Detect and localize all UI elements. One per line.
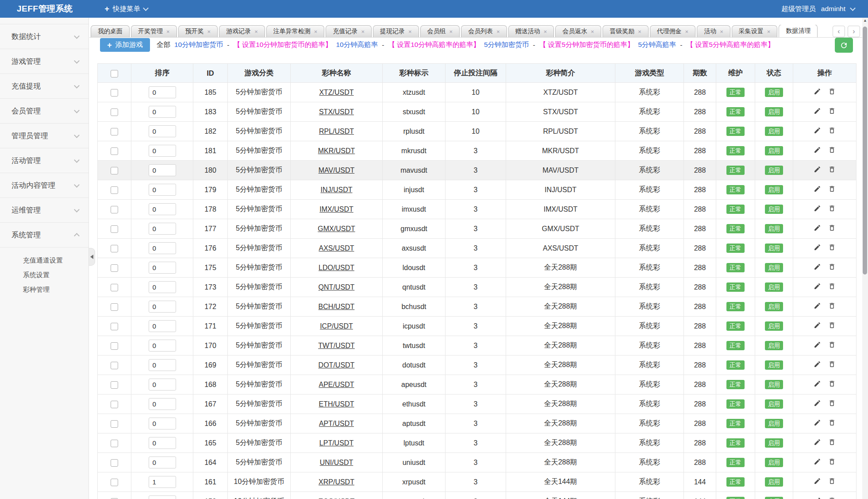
sort-input[interactable] [149, 223, 176, 235]
delete-button[interactable] [828, 185, 836, 193]
sort-input[interactable] [149, 320, 176, 332]
sidebar-subitem-2[interactable]: 彩种管理 [0, 282, 88, 297]
edit-button[interactable] [814, 341, 821, 348]
sort-input[interactable] [149, 379, 176, 391]
row-checkbox[interactable] [111, 225, 118, 233]
delete-button[interactable] [828, 282, 836, 290]
tab-scroll-left-button[interactable]: ‹ [833, 26, 845, 37]
edit-button[interactable] [814, 497, 821, 499]
tab-close-icon[interactable]: × [449, 29, 453, 35]
sidebar-item-2[interactable]: 充值提现 [0, 74, 88, 99]
tab-close-icon[interactable]: × [254, 29, 258, 35]
edit-button[interactable] [814, 146, 821, 154]
lottery-name-link[interactable]: MKR/USDT [318, 147, 355, 155]
tab-6[interactable]: 提现记录× [373, 25, 419, 37]
sort-input[interactable] [149, 262, 176, 274]
tab-5[interactable]: 充值记录× [326, 25, 372, 37]
lottery-name-link[interactable]: ETH/USDT [319, 400, 354, 408]
row-checkbox[interactable] [111, 89, 118, 97]
edit-button[interactable] [814, 244, 821, 251]
sort-input[interactable] [149, 145, 176, 157]
scroll-up-icon[interactable]: ▲ [862, 18, 868, 23]
delete-button[interactable] [828, 263, 836, 271]
sidebar-item-8[interactable]: 系统管理 [0, 223, 88, 248]
delete-button[interactable] [828, 107, 836, 115]
scrollbar-thumb[interactable] [863, 27, 867, 275]
tab-8[interactable]: 会员列表× [461, 25, 507, 37]
delete-button[interactable] [828, 205, 836, 212]
edit-button[interactable] [814, 107, 821, 115]
edit-button[interactable] [814, 185, 821, 193]
delete-button[interactable] [828, 224, 836, 232]
tab-close-icon[interactable]: × [207, 29, 211, 35]
edit-button[interactable] [814, 321, 821, 329]
edit-button[interactable] [814, 458, 821, 465]
filter-link-4[interactable]: 10分钟高赔率 [336, 40, 378, 50]
tab-close-icon[interactable]: × [720, 29, 723, 35]
tab-close-icon[interactable]: × [408, 29, 412, 35]
tab-0[interactable]: 我的桌面 [91, 25, 130, 37]
row-checkbox[interactable] [111, 362, 118, 369]
row-checkbox[interactable] [111, 264, 118, 272]
tab-14[interactable]: 采集设置× [732, 25, 778, 37]
lottery-name-link[interactable]: LDO/USDT [319, 264, 354, 271]
delete-button[interactable] [828, 166, 836, 173]
delete-button[interactable] [828, 419, 836, 426]
sort-input[interactable] [149, 437, 176, 449]
edit-button[interactable] [814, 419, 821, 426]
delete-button[interactable] [828, 438, 836, 446]
tab-11[interactable]: 晋级奖励× [603, 25, 649, 37]
row-checkbox[interactable] [111, 147, 118, 155]
sidebar-item-6[interactable]: 活动内容管理 [0, 173, 88, 198]
filter-link-0[interactable]: 全部 [157, 40, 170, 50]
delete-button[interactable] [828, 146, 836, 154]
edit-button[interactable] [814, 399, 821, 407]
sidebar-item-0[interactable]: 数据统计 [0, 24, 88, 49]
sidebar-item-1[interactable]: 游戏管理 [0, 49, 88, 74]
filter-link-7[interactable]: 5分钟加密货币 [484, 40, 529, 50]
sort-input[interactable] [149, 281, 176, 293]
delete-button[interactable] [828, 244, 836, 251]
sidebar-collapse-handle[interactable] [89, 248, 95, 266]
tab-12[interactable]: 代理佣金× [650, 25, 696, 37]
delete-button[interactable] [828, 360, 836, 368]
filter-link-12[interactable]: 【 设置5分钟高赔率的赔率】 [687, 40, 775, 50]
lottery-name-link[interactable]: QNT/USDT [319, 283, 355, 291]
edit-button[interactable] [814, 127, 821, 134]
sidebar-item-5[interactable]: 活动管理 [0, 148, 88, 173]
vertical-scrollbar[interactable]: ▲ [862, 16, 868, 499]
lottery-name-link[interactable]: APE/USDT [319, 381, 354, 388]
row-checkbox[interactable] [111, 479, 118, 486]
lottery-name-link[interactable]: APT/USDT [319, 420, 354, 427]
sort-input[interactable] [149, 495, 176, 499]
row-checkbox[interactable] [111, 381, 118, 389]
row-checkbox[interactable] [111, 128, 118, 135]
lottery-name-link[interactable]: TWT/USDT [318, 342, 355, 349]
select-all-checkbox[interactable] [111, 70, 118, 77]
edit-button[interactable] [814, 166, 821, 173]
tab-close-icon[interactable]: × [496, 29, 500, 35]
tab-close-icon[interactable]: × [638, 29, 641, 35]
edit-button[interactable] [814, 438, 821, 446]
lottery-name-link[interactable]: DOT/USDT [319, 361, 355, 369]
edit-button[interactable] [814, 282, 821, 290]
quick-menu-button[interactable]: + 快捷菜单 [104, 4, 148, 14]
lottery-name-link[interactable]: IMX/USDT [319, 205, 353, 213]
lottery-name-link[interactable]: UNI/USDT [320, 459, 353, 466]
row-checkbox[interactable] [111, 186, 118, 194]
tab-close-icon[interactable]: × [361, 29, 365, 35]
lottery-name-link[interactable]: RPL/USDT [319, 128, 354, 135]
tab-scroll-right-button[interactable]: › [848, 26, 860, 37]
tab-close-icon[interactable]: × [685, 29, 689, 35]
lottery-name-link[interactable]: AXS/USDT [319, 244, 354, 252]
tab-close-icon[interactable]: × [591, 29, 594, 35]
sort-input[interactable] [149, 203, 176, 215]
row-checkbox[interactable] [111, 167, 118, 174]
sort-input[interactable] [149, 340, 176, 352]
edit-button[interactable] [814, 477, 821, 485]
row-checkbox[interactable] [111, 206, 118, 213]
edit-button[interactable] [814, 302, 821, 309]
tab-close-icon[interactable]: × [314, 29, 318, 35]
lottery-name-link[interactable]: ICP/USDT [320, 322, 353, 330]
delete-button[interactable] [828, 341, 836, 348]
